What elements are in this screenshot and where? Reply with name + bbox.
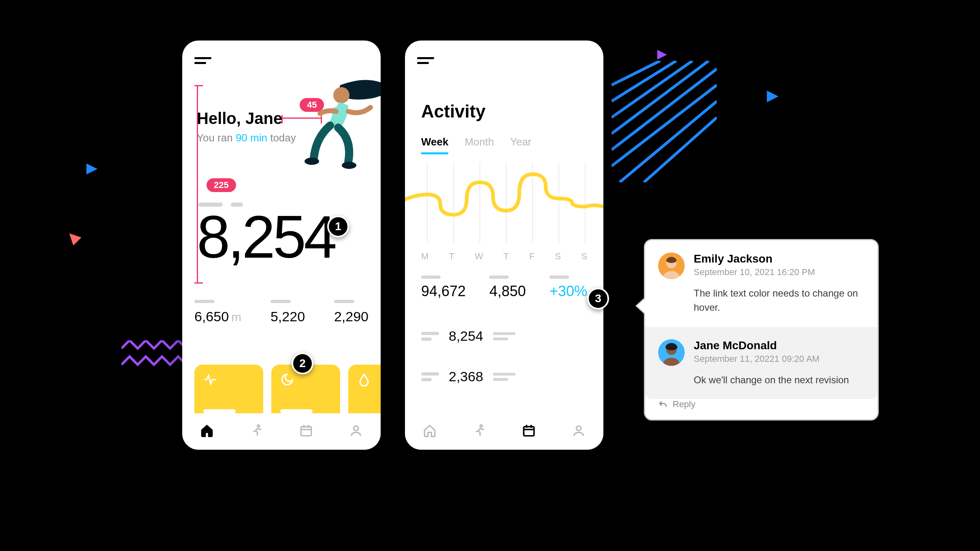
phone-activity-screen: Activity Week Month Year M T W T F S S 9… [405, 41, 603, 450]
list-row: 8,254 [421, 328, 516, 344]
comment-date: September 10, 2021 16:20 PM [694, 267, 865, 278]
svg-marker-2 [657, 50, 667, 60]
summary-total: 94,672 [421, 276, 466, 300]
page-title: Activity [421, 101, 486, 122]
step-count: 8,254 [197, 203, 334, 271]
avatar [658, 339, 685, 366]
decor-triangle-blue-2 [765, 89, 780, 104]
svg-point-34 [576, 426, 581, 431]
annotation-marker-2[interactable]: 2 [292, 352, 313, 374]
svg-point-20 [305, 158, 319, 165]
tab-year[interactable]: Year [510, 136, 532, 154]
svg-rect-13 [301, 427, 312, 436]
tab-profile[interactable] [349, 424, 363, 439]
home-icon [423, 424, 437, 438]
summary-avg: 4,850 [489, 276, 526, 300]
decor-triangle-blue [85, 162, 99, 176]
summary-change: +30% [550, 276, 587, 300]
svg-line-11 [644, 117, 717, 182]
user-icon [349, 424, 363, 438]
comment-author: Jane McDonald [694, 339, 849, 352]
comment-author: Emily Jackson [694, 252, 865, 265]
activity-summary: 94,672 4,850 +30% [421, 276, 587, 300]
runner-illustration [292, 77, 381, 182]
bottom-tabbar [182, 413, 381, 450]
svg-line-9 [611, 85, 717, 166]
reply-button[interactable]: Reply [645, 399, 878, 419]
tab-calendar[interactable] [522, 424, 536, 439]
calendar-icon [522, 424, 536, 438]
decor-diagonal-stripes [611, 61, 717, 182]
tab-week[interactable]: Week [421, 136, 448, 154]
moon-icon [280, 373, 294, 387]
svg-rect-30 [524, 427, 535, 436]
greeting-prefix: Hello, [197, 109, 245, 127]
svg-marker-0 [86, 163, 97, 174]
comment-body: The link text color needs to change on h… [694, 286, 865, 315]
calendar-icon [299, 424, 313, 438]
decor-triangle-pink [67, 231, 83, 247]
droplet-icon [357, 373, 371, 387]
svg-line-4 [611, 61, 660, 85]
tab-profile[interactable] [572, 424, 586, 439]
home-icon [200, 424, 214, 438]
run-duration: 90 min [236, 132, 267, 144]
tab-home[interactable] [200, 424, 214, 439]
greeting-name: Jane [245, 109, 282, 127]
day-labels: M T W T F S S [421, 251, 587, 262]
menu-icon[interactable] [194, 54, 211, 67]
reply-icon [658, 399, 668, 409]
annotation-badge-225: 225 [207, 178, 236, 192]
svg-line-6 [611, 61, 692, 117]
stat-item: 5,220 [271, 300, 305, 325]
tab-run[interactable] [250, 424, 264, 439]
svg-point-18 [333, 87, 349, 103]
comment-date: September 11, 20221 09:20 AM [694, 354, 849, 364]
run-icon [473, 424, 486, 438]
phone-home-screen: 45 225 Hello, Jane You ran 90 min today … [182, 41, 381, 450]
range-tabs: Week Month Year [421, 136, 531, 154]
tab-month[interactable]: Month [464, 136, 494, 154]
avatar [658, 252, 685, 279]
tab-home[interactable] [423, 424, 437, 439]
greeting: Hello, Jane [197, 109, 282, 128]
decor-triangle-purple [656, 49, 668, 61]
user-icon [572, 424, 586, 438]
speech-arrow [635, 297, 645, 315]
reply-label: Reply [673, 399, 695, 410]
comment-item: Emily Jackson September 10, 2021 16:20 P… [645, 240, 878, 327]
comment-panel: Emily Jackson September 10, 2021 16:20 P… [644, 239, 879, 421]
annotation-marker-3[interactable]: 3 [587, 288, 609, 310]
stats-row: 6,650m 5,220 2,290 [194, 300, 369, 325]
bottom-tabbar [405, 413, 603, 450]
stat-distance: 6,650m [194, 300, 241, 325]
run-icon [250, 424, 264, 438]
tab-calendar[interactable] [299, 424, 313, 439]
stat-item: 2,290 [334, 300, 369, 325]
list-row: 2,368 [421, 369, 516, 384]
svg-point-21 [342, 162, 356, 169]
svg-point-17 [354, 426, 358, 431]
svg-marker-1 [69, 233, 81, 246]
activity-chart [405, 158, 603, 251]
menu-icon[interactable] [417, 54, 434, 67]
svg-marker-3 [767, 91, 779, 103]
annotation-marker-1[interactable]: 1 [327, 216, 349, 237]
comment-item: Jane McDonald September 11, 20221 09:20 … [645, 327, 878, 399]
svg-point-12 [257, 425, 260, 427]
tab-run[interactable] [473, 424, 486, 439]
comment-body: Ok we'll change on the next revision [694, 373, 849, 387]
heartbeat-icon [203, 373, 217, 387]
svg-line-10 [620, 101, 717, 182]
run-summary: You ran 90 min today [197, 132, 296, 144]
svg-point-29 [480, 425, 482, 427]
